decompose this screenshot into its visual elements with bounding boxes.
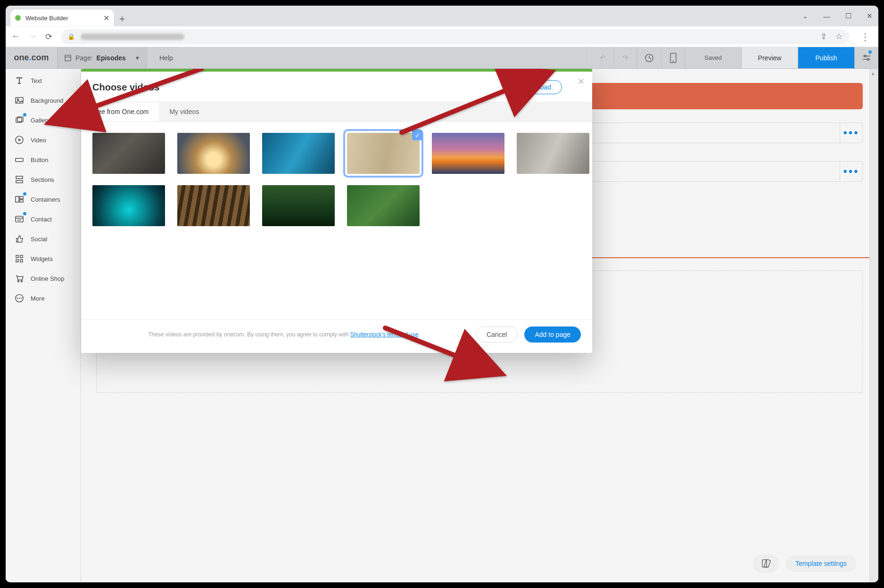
disclaimer-pre: These videos are provided by onecom. By … [148,331,350,338]
video-data-wave[interactable] [92,185,165,226]
brand-post: com [32,53,49,63]
chrome-menu-icon[interactable]: ⋮ [858,31,873,42]
redo-button[interactable]: ↷ [614,47,636,68]
modal-close-icon[interactable]: ✕ [578,76,585,87]
more-button[interactable] [854,47,878,68]
brand-logo[interactable]: one.com [6,47,58,68]
disclaimer-post: . [418,331,420,338]
bookmark-star-icon[interactable]: ☆ [835,32,843,41]
browser-tab-active[interactable]: Website Builder ✕ [10,9,114,26]
nav-reload-icon[interactable]: ⟳ [45,32,52,42]
tab-my-videos[interactable]: My videos [159,102,209,121]
app-toolbar: one.com Page: Episodes ▼ Help ↶ ↷ Saved [6,47,878,69]
video-wood-slats[interactable] [177,185,250,226]
nav-back-icon[interactable]: ← [11,32,20,41]
template-settings-button[interactable]: Template settings [786,555,856,572]
theme-palette-button[interactable] [753,554,779,573]
omnibox[interactable]: 🔒 ⇪ ☆ [61,29,849,44]
notification-dot [868,50,872,54]
window-maximize-icon[interactable]: ☐ [845,12,851,20]
cancel-button[interactable]: Cancel [476,327,518,343]
video-wall-shadow[interactable]: ✓ [347,133,420,174]
choose-videos-modal: Choose videos Upload ✕ Free from One.com… [81,69,592,353]
settings-sliders-icon [862,55,871,61]
publish-button[interactable]: Publish [798,47,854,68]
svg-rect-35 [764,559,771,568]
video-aerial-city[interactable] [92,133,165,174]
chevron-down-icon: ▼ [135,55,140,61]
brand-pre: one [14,53,29,63]
page-label: Page: [75,54,93,62]
saved-status: Saved [685,47,741,68]
video-leaves-dew[interactable] [347,185,420,226]
tab-overflow-icon[interactable]: ⌄ [802,12,808,20]
tab-close-icon[interactable]: ✕ [103,14,109,23]
palette-icon [761,558,771,569]
history-button[interactable] [636,47,661,68]
tab-favicon [15,15,21,21]
tab-free-videos[interactable]: Free from One.com [81,102,159,121]
page-name: Episodes [97,54,126,62]
page-selector[interactable]: Page: Episodes ▼ [58,47,147,68]
page-icon [64,54,72,62]
url-redacted [81,33,184,40]
modal-tabs: Free from One.com My videos [81,102,592,122]
modal-title: Choose videos [92,82,159,93]
modal-overlay: Choose videos Upload ✕ Free from One.com… [6,69,878,582]
tab-title: Website Builder [25,15,99,22]
video-family-sunset[interactable] [177,133,250,174]
video-architecture[interactable] [517,133,589,174]
video-jungle-pond[interactable] [262,185,335,226]
mobile-preview-button[interactable] [661,47,685,68]
video-grid: ✓ [92,133,581,226]
preview-button[interactable]: Preview [741,47,798,68]
selected-check-icon: ✓ [412,130,422,140]
svg-rect-0 [65,55,71,61]
add-to-page-button[interactable]: Add to page [524,327,581,343]
video-sunset-sea[interactable] [432,133,504,174]
window-close-icon[interactable]: ✕ [867,12,873,20]
phone-icon [669,53,677,63]
share-icon[interactable]: ⇪ [820,32,827,41]
window-minimize-icon[interactable]: ― [823,12,830,20]
browser-address-bar: ← → ⟳ 🔒 ⇪ ☆ ⋮ [6,26,878,47]
upload-button[interactable]: Upload [520,80,562,94]
new-tab-button[interactable]: ＋ [114,10,130,26]
undo-button[interactable]: ↶ [591,47,614,68]
video-ocean-blue[interactable] [262,133,335,174]
modal-disclaimer: These videos are provided by onecom. By … [92,331,476,338]
window-controls: ⌄ ― ☐ ✕ [802,6,873,26]
history-icon [644,53,654,63]
browser-tabstrip: Website Builder ✕ ＋ ⌄ ― ☐ ✕ [6,6,878,26]
shutterstock-terms-link[interactable]: Shutterstock's terms of use [350,331,418,338]
nav-forward-icon[interactable]: → [28,32,37,41]
lock-icon: 🔒 [67,33,75,40]
help-link[interactable]: Help [147,47,185,68]
